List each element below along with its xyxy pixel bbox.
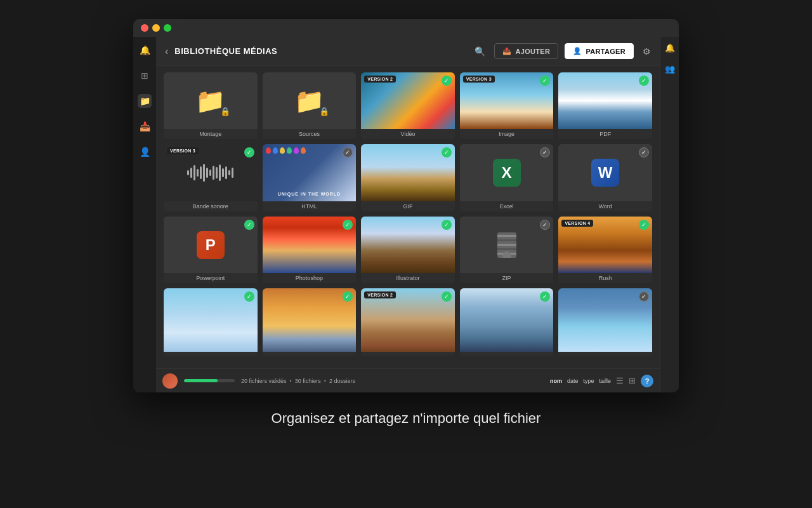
grid-item-row4-5[interactable]: ✓: [558, 288, 652, 355]
validated-count: 20 fichiers validés: [241, 378, 287, 384]
thumb-photoshop: ✓: [263, 217, 357, 273]
label-word: Word: [558, 201, 652, 211]
sort-nom[interactable]: nom: [550, 378, 562, 384]
sidebar-icon-folder[interactable]: 📁: [138, 94, 152, 108]
sidebar-icon-download[interactable]: 📥: [138, 119, 152, 133]
grid-item-row4-3[interactable]: VERSION 2 ✓: [361, 288, 455, 355]
grid-view-icon[interactable]: ⊞: [629, 376, 636, 385]
version-badge-image: VERSION 3: [463, 76, 495, 83]
label-montage: Montage: [164, 129, 258, 139]
title-bar: [133, 19, 679, 37]
grid-item-row4-2[interactable]: ✓: [263, 288, 357, 355]
sort-type[interactable]: type: [583, 378, 594, 384]
share-label: PARTAGER: [586, 48, 626, 55]
sort-taille[interactable]: taille: [599, 378, 611, 384]
user-avatar: [162, 373, 178, 389]
grid-item-image[interactable]: VERSION 3 ✓ Image: [460, 72, 554, 139]
label-illustrator: Illustrator: [361, 273, 455, 283]
thumb-powerpoint: ✓ P: [164, 217, 258, 273]
folders-count: 2 dossiers: [329, 378, 355, 384]
version-badge-rush: VERSION 4: [561, 220, 593, 227]
grid-item-powerpoint[interactable]: ✓ P Powerpoint: [164, 217, 258, 283]
right-sidebar: 🔔 👥: [660, 37, 679, 392]
grid-item-word[interactable]: ✓ W Word: [558, 144, 652, 211]
bottom-right-controls: nom date type taille ☰ ⊞ ?: [550, 375, 653, 387]
label-rush: Rush: [558, 273, 652, 283]
list-view-icon[interactable]: ☰: [616, 376, 624, 385]
grid-item-video[interactable]: VERSION 2 ✓ Vidéo: [361, 72, 455, 139]
check-gif: ✓: [442, 147, 452, 157]
check-illustrator: ✓: [442, 220, 452, 230]
check-word: ✓: [639, 147, 649, 157]
add-icon: 📤: [502, 47, 511, 55]
check-row4-1: ✓: [244, 291, 254, 302]
label-photoshop: Photoshop: [263, 273, 357, 283]
app-layout: 🔔 ⊞ 📁 📥 👤 ‹ BIBLIOTHÈQUE MÉDIAS 🔍 📤 AJOU…: [133, 37, 679, 392]
grid-item-gif[interactable]: ✓ GIF: [361, 144, 455, 211]
grid-item-row4-1[interactable]: ✓: [164, 288, 258, 355]
sort-date[interactable]: date: [567, 378, 579, 384]
files-count: 30 fichiers: [295, 378, 321, 384]
grid-item-montage[interactable]: 📁 🔒 Montage: [164, 72, 258, 139]
label-row4-2: [263, 352, 357, 356]
thumb-zip: ✓: [460, 217, 554, 273]
check-rush: ✓: [639, 220, 649, 230]
settings-icon[interactable]: ⚙: [643, 46, 651, 57]
label-audio: Bande sonore: [164, 201, 258, 211]
version-badge-audio: VERSION 3: [167, 147, 199, 154]
thumb-row4-4: ✓: [460, 288, 554, 351]
thumb-html: ✓ UNIQUE IN THE WORLD: [263, 144, 357, 201]
thumb-video: VERSION 2 ✓: [361, 72, 455, 129]
app-window: 🔔 ⊞ 📁 📥 👤 ‹ BIBLIOTHÈQUE MÉDIAS 🔍 📤 AJOU…: [133, 19, 679, 392]
label-html: HTML: [263, 201, 357, 211]
right-bell-icon[interactable]: 🔔: [665, 43, 675, 53]
share-icon: 👤: [573, 47, 582, 55]
share-button[interactable]: 👤 PARTAGER: [565, 43, 634, 59]
label-row4-1: [164, 352, 258, 356]
check-pdf: ✓: [639, 76, 649, 86]
grid-item-row4-4[interactable]: ✓: [460, 288, 554, 355]
label-row4-5: [558, 352, 652, 356]
thumb-row4-5: ✓: [558, 288, 652, 351]
check-image: ✓: [540, 76, 550, 86]
sidebar-icon-grid[interactable]: ⊞: [138, 69, 152, 83]
sidebar-icon-user[interactable]: 👤: [138, 145, 152, 159]
progress-bar: [184, 379, 235, 382]
close-dot[interactable]: [141, 24, 148, 32]
grid-item-illustrator[interactable]: ✓ Illustrator: [361, 217, 455, 283]
media-grid: 📁 🔒 Montage 📁 🔒: [164, 72, 652, 356]
check-row4-3: ✓: [442, 291, 452, 302]
minimize-dot[interactable]: [152, 24, 160, 32]
grid-item-pdf[interactable]: ✓ PDF: [558, 72, 652, 139]
label-powerpoint: Powerpoint: [164, 273, 258, 283]
right-users-icon[interactable]: 👥: [665, 64, 675, 74]
thumb-row4-1: ✓: [164, 288, 258, 351]
check-photoshop: ✓: [343, 220, 353, 230]
thumb-gif: ✓: [361, 144, 455, 201]
powerpoint-icon: P: [197, 231, 225, 259]
check-video: ✓: [442, 76, 452, 86]
main-content: ‹ BIBLIOTHÈQUE MÉDIAS 🔍 📤 AJOUTER 👤 PART…: [156, 37, 660, 392]
word-icon: W: [591, 159, 619, 187]
check-row4-4: ✓: [540, 291, 550, 302]
sidebar-icon-bell[interactable]: 🔔: [138, 43, 152, 57]
grid-item-html[interactable]: ✓ UNIQUE IN THE WORLD: [263, 144, 357, 211]
grid-item-sources[interactable]: 📁 🔒 Sources: [263, 72, 357, 139]
grid-item-excel[interactable]: ✓ X Excel: [460, 144, 554, 211]
grid-item-rush[interactable]: VERSION 4 ✓ Rush: [558, 217, 652, 283]
thumb-pdf: ✓: [558, 72, 652, 129]
maximize-dot[interactable]: [164, 24, 171, 32]
check-audio: ✓: [244, 147, 254, 157]
search-icon[interactable]: 🔍: [475, 46, 485, 57]
label-image: Image: [460, 129, 554, 139]
grid-item-photoshop[interactable]: ✓ Photoshop: [263, 217, 357, 283]
grid-item-zip[interactable]: ✓: [460, 217, 554, 283]
label-excel: Excel: [460, 201, 554, 211]
back-button[interactable]: ‹: [165, 46, 168, 57]
version-badge-row4-3: VERSION 2: [364, 291, 396, 298]
thumb-montage: 📁 🔒: [164, 72, 258, 129]
thumb-word: ✓ W: [558, 144, 652, 201]
help-button[interactable]: ?: [641, 375, 653, 387]
add-button[interactable]: 📤 AJOUTER: [494, 43, 558, 59]
grid-item-audio[interactable]: VERSION 3 ✓: [164, 144, 258, 211]
